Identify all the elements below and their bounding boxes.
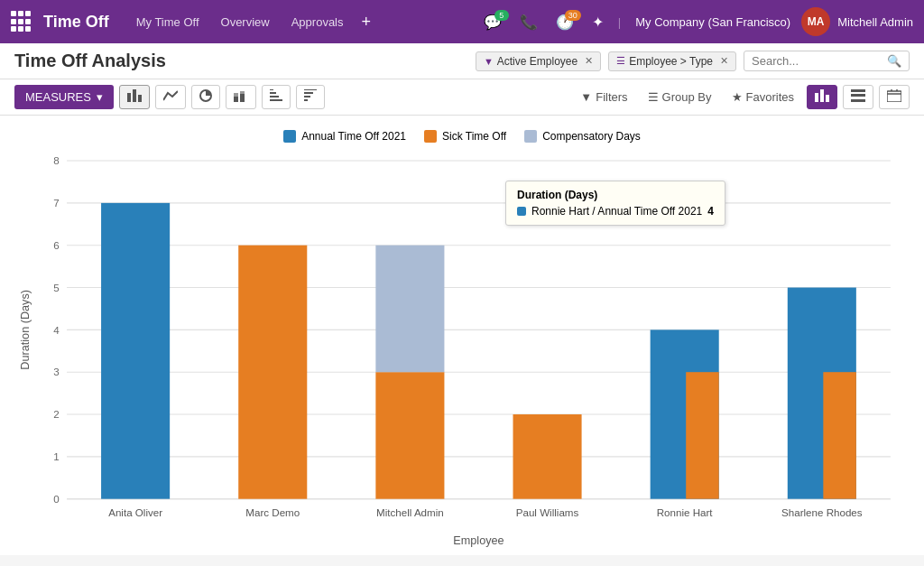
svg-text:Marc Demo: Marc Demo — [245, 506, 300, 518]
svg-text:Paul Williams: Paul Williams — [516, 506, 579, 518]
svg-text:2: 2 — [53, 408, 59, 420]
svg-rect-47 — [238, 246, 307, 499]
groupby-icon: ☰ — [648, 90, 659, 104]
chat-icon-btn[interactable]: 💬5 — [476, 10, 509, 34]
chat-badge: 5 — [494, 10, 509, 21]
filter-icon: ▼ — [580, 90, 592, 104]
svg-text:Duration (Days): Duration (Days) — [19, 290, 32, 370]
user-name[interactable]: Mitchell Admin — [837, 15, 913, 29]
legend-annual-label: Annual Time Off 2021 — [301, 130, 406, 143]
svg-text:3: 3 — [53, 366, 59, 377]
search-box[interactable]: 🔍 — [744, 51, 910, 71]
svg-text:8: 8 — [53, 154, 59, 166]
star-icon: ★ — [732, 90, 743, 104]
line-chart-button[interactable] — [155, 85, 186, 109]
nav-add-button[interactable]: + — [356, 13, 377, 32]
graph-view-button[interactable] — [807, 85, 837, 109]
svg-rect-22 — [887, 91, 901, 102]
filter-funnel2-icon: ☰ — [616, 55, 625, 67]
svg-text:Sharlene Rhodes: Sharlene Rhodes — [781, 506, 863, 518]
ascending-sort-button[interactable] — [262, 85, 291, 109]
search-input[interactable] — [752, 54, 887, 68]
bar-chart-button[interactable] — [119, 85, 150, 109]
pie-chart-button[interactable] — [191, 85, 220, 109]
active-employee-close[interactable]: ✕ — [585, 55, 593, 67]
employee-type-close[interactable]: ✕ — [720, 55, 728, 67]
app-grid-icon[interactable] — [11, 11, 32, 32]
svg-rect-45 — [101, 203, 170, 499]
stacked-chart-button[interactable] — [226, 85, 256, 109]
measures-chevron-icon: ▾ — [97, 90, 103, 104]
svg-rect-2 — [138, 95, 142, 102]
svg-text:6: 6 — [53, 239, 59, 251]
svg-rect-21 — [851, 99, 865, 102]
chart-container[interactable]: 012345678Duration (Days)Anita OliverMarc… — [14, 150, 910, 552]
settings-icon-btn[interactable]: ✦ — [585, 10, 611, 34]
filters-button[interactable]: ▼ Filters — [573, 87, 634, 107]
svg-rect-50 — [375, 246, 444, 372]
subheader: Time Off Analysis ▼ Active Employee ✕ ☰ … — [0, 43, 924, 79]
svg-text:Employee: Employee — [453, 534, 504, 547]
nav-my-time-off[interactable]: My Time Off — [127, 12, 208, 32]
filters-label: Filters — [596, 90, 627, 104]
svg-rect-7 — [240, 91, 245, 94]
svg-rect-52 — [513, 414, 582, 499]
svg-rect-18 — [826, 95, 829, 102]
svg-rect-5 — [234, 93, 238, 97]
svg-rect-6 — [240, 94, 245, 102]
chart-area: Annual Time Off 2021 Sick Time Off Compe… — [0, 116, 924, 555]
active-employee-label: Active Employee — [497, 55, 578, 68]
app-title[interactable]: Time Off — [43, 13, 109, 32]
nav-approvals[interactable]: Approvals — [282, 12, 353, 32]
employee-type-label: Employee > Type — [629, 55, 713, 68]
svg-text:Ronnie Hart: Ronnie Hart — [657, 506, 714, 518]
filter-funnel-icon: ▼ — [484, 56, 494, 67]
top-nav: Time Off My Time Off Overview Approvals … — [0, 0, 924, 43]
favorites-button[interactable]: ★ Favorites — [725, 87, 801, 107]
legend-comp-label: Compensatory Days — [542, 130, 641, 143]
svg-rect-4 — [234, 97, 238, 102]
descending-sort-button[interactable] — [296, 85, 325, 109]
svg-text:0: 0 — [53, 493, 59, 505]
svg-rect-0 — [127, 93, 131, 102]
avatar[interactable]: MA — [801, 7, 830, 36]
calendar-view-button[interactable] — [879, 85, 910, 109]
legend-sick-label: Sick Time Off — [442, 130, 506, 143]
nav-overview[interactable]: Overview — [212, 12, 279, 32]
legend-annual: Annual Time Off 2021 — [283, 130, 406, 143]
svg-rect-58 — [823, 372, 856, 498]
svg-rect-49 — [375, 372, 444, 498]
svg-text:5: 5 — [53, 282, 59, 293]
svg-text:Mitchell Admin: Mitchell Admin — [376, 506, 444, 518]
legend-comp-dot — [524, 130, 537, 143]
svg-rect-19 — [851, 89, 865, 92]
favorites-label: Favorites — [746, 90, 794, 104]
legend-annual-dot — [283, 130, 296, 143]
company-name[interactable]: My Company (San Francisco) — [628, 12, 798, 32]
nav-separator: | — [618, 15, 621, 29]
svg-rect-16 — [815, 93, 818, 102]
legend-comp: Compensatory Days — [524, 130, 641, 143]
legend-sick-dot — [424, 130, 437, 143]
svg-text:1: 1 — [53, 450, 59, 462]
employee-type-filter[interactable]: ☰ Employee > Type ✕ — [608, 51, 736, 71]
phone-icon-btn[interactable]: 📞 — [513, 10, 545, 34]
groupby-label: Group By — [662, 90, 712, 104]
legend-sick: Sick Time Off — [424, 130, 506, 143]
search-icon[interactable]: 🔍 — [887, 54, 901, 68]
avatar-initials: MA — [808, 15, 825, 28]
svg-text:7: 7 — [53, 197, 59, 209]
svg-rect-20 — [851, 94, 865, 97]
table-view-button[interactable] — [843, 85, 873, 109]
svg-text:Anita Oliver: Anita Oliver — [108, 506, 162, 518]
page-title: Time Off Analysis — [14, 51, 468, 71]
active-employee-filter[interactable]: ▼ Active Employee ✕ — [476, 51, 601, 71]
clock-icon-btn[interactable]: 🕐30 — [549, 10, 581, 34]
measures-label: MEASURES — [25, 90, 91, 104]
measures-button[interactable]: MEASURES ▾ — [14, 85, 114, 109]
chart-legend: Annual Time Off 2021 Sick Time Off Compe… — [14, 130, 910, 143]
svg-text:4: 4 — [53, 324, 60, 336]
svg-rect-17 — [820, 89, 824, 102]
svg-rect-55 — [686, 372, 719, 498]
groupby-button[interactable]: ☰ Group By — [641, 87, 719, 107]
